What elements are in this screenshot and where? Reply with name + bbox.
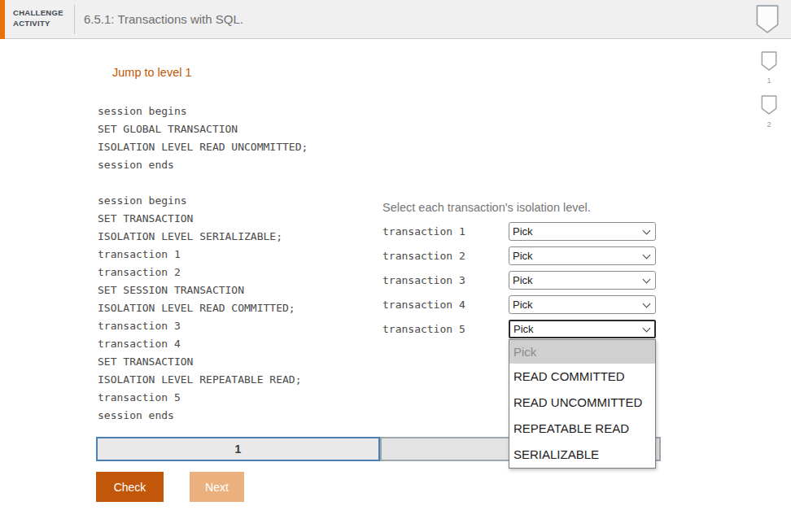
code-line: SET TRANSACTION: [98, 353, 301, 371]
code-line: SET TRANSACTION: [98, 210, 301, 228]
page: CHALLENGE ACTIVITY 6.5.1: Transactions w…: [0, 0, 791, 532]
badge-line-2: ACTIVITY: [13, 18, 63, 28]
transaction-2-label: transaction 2: [382, 250, 509, 262]
transaction-3-label: transaction 3: [382, 274, 509, 286]
dropdown-option-serializable[interactable]: SERIALIZABLE: [509, 442, 655, 468]
transaction-1-label: transaction 1: [382, 225, 509, 238]
isolation-select-3-control[interactable]: Pick: [509, 271, 656, 290]
level-2-number: 2: [758, 120, 780, 129]
code-line: ISOLATION LEVEL READ COMMITTED;: [98, 299, 301, 317]
isolation-dropdown-menu: Pick READ COMMITTED READ UNCOMMITTED REP…: [509, 339, 656, 469]
code-line: session ends: [98, 407, 301, 425]
code-block-2: session begins SET TRANSACTION ISOLATION…: [98, 192, 301, 425]
code-line: ISOLATION LEVEL REPEATABLE READ;: [98, 371, 301, 389]
jump-to-level-link[interactable]: Jump to level 1: [112, 66, 192, 79]
isolation-select-4[interactable]: Pick: [509, 295, 656, 314]
isolation-select-3[interactable]: Pick: [509, 271, 656, 290]
transaction-4-label: transaction 4: [382, 299, 509, 311]
isolation-select-5[interactable]: Pick: [509, 320, 656, 338]
isolation-select-4-control[interactable]: Pick: [509, 295, 656, 314]
level-1-shield-icon: [760, 50, 778, 72]
prompt-text: Select each transaction's isolation leve…: [382, 201, 591, 214]
progress-step-1-label: 1: [235, 443, 242, 456]
progress-step-1: 1: [96, 437, 380, 461]
level-2-shield-icon: [760, 94, 778, 116]
select-rows: transaction 1 Pick transaction 2 Pick tr…: [382, 222, 656, 338]
dropdown-option-read-uncommitted[interactable]: READ UNCOMMITTED: [509, 390, 655, 416]
header: CHALLENGE ACTIVITY 6.5.1: Transactions w…: [0, 0, 791, 39]
transaction-4-row: transaction 4 Pick: [382, 295, 656, 314]
dropdown-option-repeatable-read[interactable]: REPEATABLE READ: [509, 416, 655, 442]
level-1-number: 1: [758, 76, 780, 85]
isolation-select-1-control[interactable]: Pick: [509, 222, 656, 241]
code-line: ISOLATION LEVEL SERIALIZABLE;: [98, 228, 301, 246]
code-line: session begins: [98, 102, 308, 120]
level-rail: 1 2: [758, 50, 780, 138]
isolation-select-5-control[interactable]: Pick: [509, 320, 656, 338]
isolation-select-2-control[interactable]: Pick: [509, 246, 656, 265]
code-line: transaction 4: [98, 335, 301, 353]
level-1-marker: 1: [758, 50, 780, 85]
code-line: transaction 5: [98, 389, 301, 407]
code-line: transaction 1: [98, 246, 301, 264]
header-divider: [74, 5, 75, 34]
isolation-select-1[interactable]: Pick: [509, 222, 656, 241]
transaction-5-label: transaction 5: [382, 323, 509, 335]
accent-stripe: [0, 0, 5, 39]
transaction-5-row: transaction 5 Pick: [382, 320, 656, 338]
code-line: transaction 3: [98, 317, 301, 335]
activity-title: 6.5.1: Transactions with SQL.: [84, 12, 243, 26]
code-line: SET GLOBAL TRANSACTION: [98, 120, 308, 138]
code-line: SET SESSION TRANSACTION: [98, 281, 301, 299]
code-line: transaction 2: [98, 264, 301, 281]
next-button[interactable]: Next: [190, 472, 244, 502]
transaction-1-row: transaction 1 Pick: [382, 222, 656, 241]
check-button[interactable]: Check: [96, 472, 164, 502]
level-2-marker: 2: [758, 94, 780, 129]
code-line: session begins: [98, 192, 301, 210]
code-line: session ends: [98, 156, 308, 174]
dropdown-option-pick[interactable]: Pick: [509, 340, 655, 364]
bookmark-icon: [755, 4, 780, 35]
code-line: ISOLATION LEVEL READ UNCOMMITTED;: [98, 138, 308, 156]
code-block-1: session begins SET GLOBAL TRANSACTION IS…: [98, 102, 308, 174]
dropdown-option-read-committed[interactable]: READ COMMITTED: [509, 364, 655, 390]
isolation-select-2[interactable]: Pick: [509, 246, 656, 265]
transaction-2-row: transaction 2 Pick: [382, 246, 656, 265]
challenge-activity-badge: CHALLENGE ACTIVITY: [13, 7, 63, 28]
transaction-3-row: transaction 3 Pick: [382, 271, 656, 290]
badge-line-1: CHALLENGE: [13, 7, 63, 18]
